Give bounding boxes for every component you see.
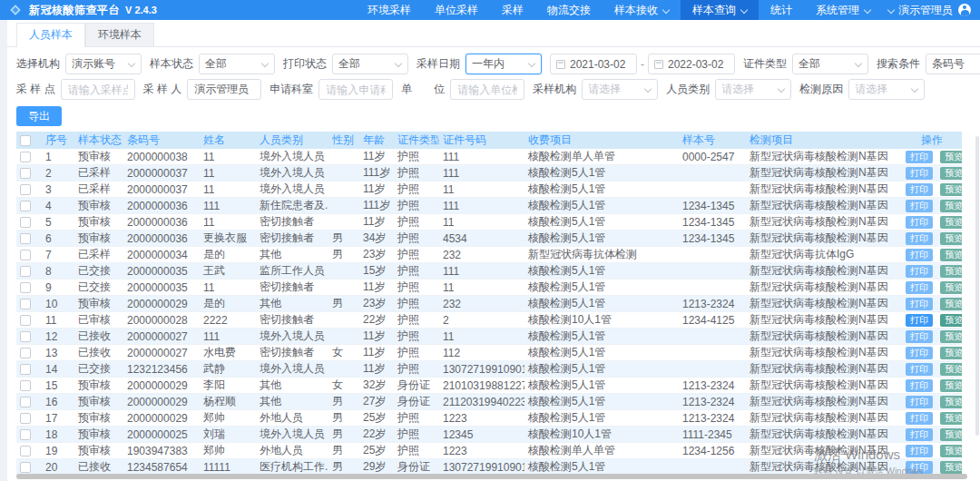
row-checkbox[interactable]	[20, 462, 31, 473]
horizontal-scrollbar[interactable]	[16, 474, 967, 479]
preview-button[interactable]: 预览	[940, 151, 962, 163]
collector-input[interactable]	[187, 79, 261, 100]
cell-cert-no: 112	[439, 345, 524, 361]
print-button[interactable]: 打印	[906, 330, 933, 343]
preview-button[interactable]: 预览	[940, 396, 962, 408]
print-button[interactable]: 打印	[906, 281, 933, 294]
print-button[interactable]: 打印	[906, 314, 933, 327]
print-button[interactable]: 打印	[906, 183, 933, 196]
nav-item[interactable]: 环境采样	[356, 0, 423, 20]
export-button[interactable]: 导出	[16, 106, 62, 126]
test-reason-select[interactable]: 请选择	[848, 79, 925, 100]
end-date-input[interactable]: 2022-03-02	[648, 54, 735, 74]
unit-input[interactable]	[450, 79, 524, 100]
preview-button[interactable]: 预览	[940, 379, 962, 392]
preview-button[interactable]: 预览	[940, 330, 962, 343]
row-checkbox[interactable]	[20, 250, 31, 260]
print-button[interactable]: 打印	[906, 428, 933, 441]
row-checkbox[interactable]	[20, 397, 31, 407]
collect-point-input[interactable]	[61, 79, 135, 100]
person-type-select[interactable]: 请选择	[715, 79, 791, 100]
cell-charge-item: 核酸检测5人1管	[524, 263, 679, 280]
column-header: 序号	[42, 132, 74, 149]
sample-status-select[interactable]: 全部	[199, 54, 275, 74]
row-checkbox[interactable]	[20, 168, 31, 179]
preview-button[interactable]: 预览	[940, 445, 962, 457]
preview-button[interactable]: 预览	[940, 412, 962, 425]
row-checkbox[interactable]	[20, 184, 31, 195]
select-all-checkbox[interactable]	[20, 135, 31, 146]
preview-button[interactable]: 预览	[940, 461, 962, 474]
date-preset-select[interactable]: 一年内	[466, 54, 542, 74]
preview-button[interactable]: 预览	[940, 314, 962, 327]
row-checkbox[interactable]	[20, 282, 31, 293]
print-button[interactable]: 打印	[906, 347, 933, 359]
nav-item[interactable]: 采样	[490, 0, 535, 20]
preview-button[interactable]: 预览	[940, 200, 962, 212]
row-checkbox[interactable]	[20, 233, 31, 244]
nav-item[interactable]: 系统管理	[804, 0, 882, 20]
row-checkbox[interactable]	[20, 380, 31, 391]
vertical-scrollbar[interactable]	[975, 136, 979, 436]
column-header: 人员类别	[256, 132, 328, 149]
preview-button[interactable]: 预览	[940, 216, 962, 229]
print-button[interactable]: 打印	[906, 265, 933, 278]
print-button[interactable]: 打印	[906, 232, 933, 245]
collect-org-select[interactable]: 请选择	[582, 79, 658, 100]
row-checkbox[interactable]	[20, 331, 31, 342]
preview-button[interactable]: 预览	[940, 183, 962, 196]
print-button[interactable]: 打印	[906, 151, 933, 163]
print-button[interactable]: 打印	[906, 216, 933, 229]
row-checkbox[interactable]	[20, 201, 31, 211]
row-checkbox[interactable]	[20, 299, 31, 309]
table-row: 5 预审核 2000000036 11 密切接触者 11岁 护照 11 核酸检测…	[16, 214, 962, 231]
preview-button[interactable]: 预览	[940, 265, 962, 278]
org-select[interactable]: 演示账号	[65, 54, 142, 74]
row-checkbox[interactable]	[20, 446, 31, 456]
row-checkbox[interactable]	[20, 364, 31, 375]
cell-test-item: 新型冠状病毒核酸检测N基因	[746, 231, 902, 247]
search-cond-select[interactable]: 条码号	[926, 54, 980, 74]
preview-button[interactable]: 预览	[940, 232, 962, 245]
print-button[interactable]: 打印	[906, 363, 933, 376]
preview-button[interactable]: 预览	[940, 167, 962, 180]
row-checkbox[interactable]	[20, 348, 31, 358]
cell-cert-no: 4534	[439, 231, 524, 247]
cell-actions: 打印 预览	[902, 427, 962, 443]
tab[interactable]: 人员样本	[16, 23, 85, 46]
cell-sample-no	[679, 280, 746, 296]
row-checkbox[interactable]	[20, 429, 31, 440]
cell-no: 20	[42, 459, 74, 476]
preview-button[interactable]: 预览	[940, 347, 962, 359]
user-menu[interactable]: 演示管理员	[882, 0, 980, 20]
row-checkbox[interactable]	[20, 152, 31, 162]
nav-item[interactable]: 样本接收	[603, 0, 681, 20]
preview-button[interactable]: 预览	[940, 428, 962, 441]
nav-item[interactable]: 单位采样	[423, 0, 490, 20]
preview-button[interactable]: 预览	[940, 298, 962, 310]
print-button[interactable]: 打印	[906, 396, 933, 408]
row-checkbox[interactable]	[20, 217, 31, 228]
nav-item[interactable]: 样本查询	[681, 0, 759, 20]
print-button[interactable]: 打印	[906, 249, 933, 261]
row-checkbox[interactable]	[20, 315, 31, 326]
preview-button[interactable]: 预览	[940, 281, 962, 294]
print-button[interactable]: 打印	[906, 379, 933, 392]
cell-name: 刘瑞	[200, 427, 256, 443]
row-checkbox[interactable]	[20, 413, 31, 424]
print-status-select[interactable]: 全部	[332, 54, 408, 74]
nav-item[interactable]: 物流交接	[535, 0, 603, 20]
tab[interactable]: 环境样本	[85, 23, 154, 46]
print-button[interactable]: 打印	[906, 298, 933, 310]
cert-type-select[interactable]: 全部	[792, 54, 868, 74]
dept-input[interactable]	[318, 79, 393, 100]
start-date-input[interactable]: 2021-03-02	[550, 54, 637, 74]
print-button[interactable]: 打印	[906, 412, 933, 425]
preview-button[interactable]: 预览	[940, 363, 962, 376]
print-button[interactable]: 打印	[906, 167, 933, 180]
nav-item[interactable]: 统计	[759, 0, 804, 20]
row-checkbox[interactable]	[20, 266, 31, 277]
print-button[interactable]: 打印	[906, 200, 933, 212]
cell-actions: 打印 预览	[902, 247, 962, 263]
preview-button[interactable]: 预览	[940, 249, 962, 261]
